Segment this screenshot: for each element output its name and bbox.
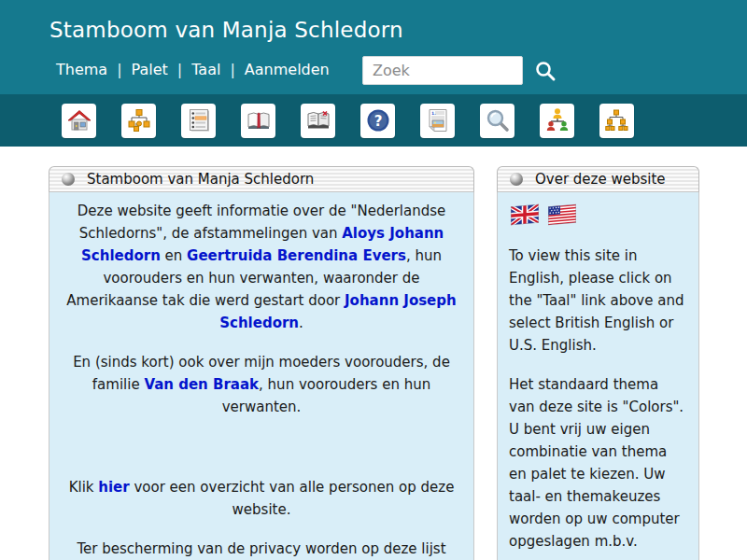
- paragraph: To view this site in English, please cli…: [509, 245, 687, 357]
- text-span: To view this site in English, please cli…: [509, 247, 684, 354]
- about-panel-title: Over deze website: [535, 171, 666, 188]
- nav-link-aanmelden[interactable]: Aanmelden: [245, 61, 330, 78]
- us-flag-icon[interactable]: [548, 204, 576, 226]
- svg-text:?: ?: [374, 113, 382, 130]
- icon-toolbar: ? 1.: [0, 94, 747, 147]
- sphere-icon: [510, 173, 523, 186]
- text-link[interactable]: hier: [98, 479, 129, 496]
- intro-panel: Stamboom van Manja Schledorn Deze websit…: [49, 166, 474, 560]
- family-tree-icon: [126, 107, 152, 133]
- text-span: en: [161, 247, 187, 264]
- help-button[interactable]: ?: [360, 104, 395, 138]
- text-span: Het standaard thema van deze site is "Co…: [509, 376, 684, 550]
- home-button[interactable]: [62, 104, 96, 138]
- search-area: [362, 56, 557, 85]
- text-span: Ter bescherming van de privacy worden op…: [77, 540, 445, 560]
- paragraph: Ter bescherming van de privacy worden op…: [64, 538, 458, 560]
- help-icon: ?: [365, 107, 391, 133]
- paragraph: Het standaard thema van deze site is "Co…: [509, 373, 687, 553]
- paragraph: Klik hier voor een overzicht van alle pe…: [64, 476, 458, 521]
- paragraph: En (sinds kort) ook over mijn moeders vo…: [64, 351, 458, 418]
- nav-link-taal[interactable]: Taal: [191, 61, 220, 78]
- search-icon: [533, 59, 557, 83]
- nav-separator: |: [177, 61, 182, 78]
- address-book-button[interactable]: [301, 104, 335, 138]
- text-span: .: [299, 315, 303, 331]
- organization-chart-icon: [604, 107, 630, 133]
- language-flags: [511, 205, 687, 224]
- uk-flag-icon[interactable]: [511, 204, 539, 226]
- nav-separator: |: [230, 61, 234, 78]
- book-button[interactable]: [241, 104, 275, 138]
- svg-text:1.: 1.: [431, 111, 436, 116]
- document-button[interactable]: 1.: [420, 104, 455, 138]
- text-link[interactable]: Van den Braak: [144, 376, 259, 393]
- nav-link-palet[interactable]: Palet: [132, 61, 168, 78]
- book-icon: [246, 107, 272, 133]
- text-span: Klik: [69, 479, 99, 496]
- site-title: Stamboom van Manja Schledorn: [49, 18, 403, 42]
- address-book-icon: [305, 107, 331, 133]
- search-button[interactable]: [533, 59, 557, 83]
- left-panel-body: Deze website geeft informatie over de "N…: [49, 192, 474, 560]
- list-report-button[interactable]: [181, 104, 216, 138]
- home-icon: [66, 107, 92, 133]
- text-span: voor een overzicht van alle personen op …: [130, 479, 455, 518]
- family-group-icon: [544, 107, 571, 133]
- search-icon: [485, 107, 511, 133]
- nav-link-thema[interactable]: Thema: [56, 61, 107, 78]
- family-group-button[interactable]: [540, 104, 574, 138]
- text-link[interactable]: Geertruida Berendina Evers: [187, 247, 406, 264]
- main-nav: Thema|Palet|Taal|Aanmelden: [56, 61, 330, 78]
- document-icon: 1.: [425, 107, 451, 133]
- intro-panel-title: Stamboom van Manja Schledorn: [87, 171, 314, 188]
- intro-panel-header: Stamboom van Manja Schledorn: [49, 166, 474, 192]
- right-panel-body: To view this site in English, please cli…: [497, 192, 699, 560]
- site-header: Stamboom van Manja Schledorn Thema|Palet…: [0, 0, 747, 94]
- list-report-icon: [186, 107, 212, 133]
- about-panel-header: Over deze website: [497, 166, 699, 192]
- about-panel: Over deze website: [497, 166, 699, 560]
- search-tool-button[interactable]: [480, 104, 514, 138]
- family-tree-button[interactable]: [121, 104, 156, 138]
- paragraph: Deze website geeft informatie over de "N…: [64, 200, 458, 334]
- nav-separator: |: [117, 61, 121, 78]
- sphere-icon: [62, 173, 75, 186]
- organization-chart-button[interactable]: [599, 104, 634, 138]
- main-content: Stamboom van Manja Schledorn Deze websit…: [0, 147, 747, 560]
- search-input[interactable]: [362, 56, 523, 85]
